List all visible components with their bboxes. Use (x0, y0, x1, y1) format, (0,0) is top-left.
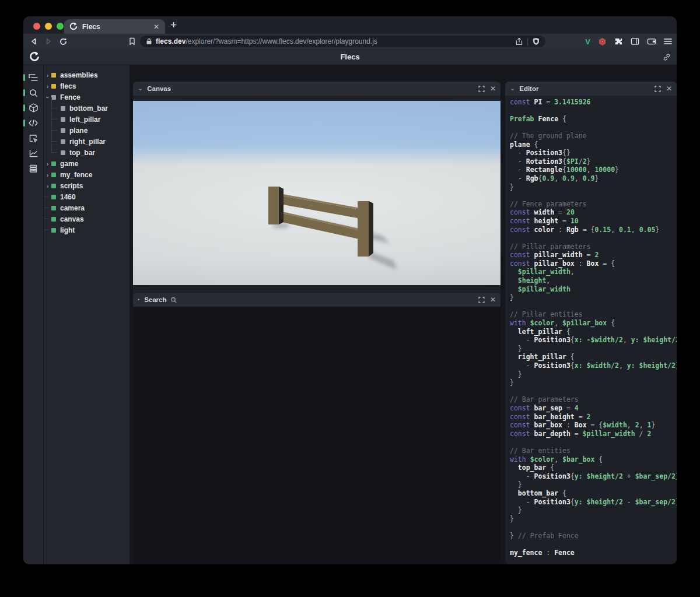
sidebar-item-code[interactable] (23, 115, 43, 131)
tree-connector (51, 142, 58, 153)
search-panel-header[interactable]: • Search ✕ (133, 293, 501, 307)
shield-icon[interactable] (533, 37, 540, 45)
menu-hamburger-icon[interactable] (664, 38, 672, 45)
code-line: top_bar { (510, 463, 677, 472)
tree-item-top_bar[interactable]: top_bar (44, 147, 130, 158)
code-line: // Bar entities (510, 447, 677, 455)
tree-item-light[interactable]: light (44, 224, 130, 236)
bookmark-icon[interactable] (126, 36, 138, 47)
stack-icon (29, 164, 37, 173)
sidebar-item-inspector[interactable] (23, 131, 43, 146)
chevron-down-icon[interactable]: ⌄ (138, 85, 143, 92)
tree-item-label: scripts (60, 182, 83, 190)
extensions-puzzle-icon[interactable] (614, 37, 623, 46)
code-line: } // Prefab Fence (510, 532, 677, 540)
code-line: const bar_depth = $pillar_width / 2 (510, 430, 677, 438)
expand-icon[interactable] (478, 297, 485, 303)
chevron-right-icon[interactable]: › (44, 171, 51, 178)
code-line: const pillar_box : Box = { (510, 259, 677, 268)
sidebar-item-queries[interactable] (23, 161, 43, 176)
entity-square-icon (51, 206, 56, 210)
sidebar-toggle-icon[interactable] (631, 37, 639, 45)
3d-viewport[interactable] (133, 101, 501, 285)
entity-square-icon (61, 128, 65, 133)
back-button[interactable] (28, 36, 40, 47)
wallet-icon[interactable] (647, 37, 656, 45)
active-indicator (23, 89, 25, 96)
expand-icon[interactable] (478, 86, 485, 92)
chevron-right-icon[interactable]: › (44, 72, 51, 79)
canvas-panel-header[interactable]: ⌄ Canvas ✕ (133, 82, 501, 96)
editor-panel-header[interactable]: ⌄ Editor ✕ (505, 82, 677, 96)
sidebar-item-search[interactable] (23, 85, 43, 100)
code-line: const bar_height = 2 (510, 413, 677, 422)
new-tab-button[interactable]: + (170, 19, 177, 31)
code-line: right_pillar { (510, 353, 677, 361)
search-magnifier-icon (170, 297, 177, 303)
sidebar-item-tree-view[interactable] (23, 70, 43, 85)
page-title: Flecs (23, 52, 677, 61)
vue-devtools-icon[interactable]: V (585, 37, 590, 46)
code-text: - .const PI = 3.1415926 Prefab Fence { /… (505, 96, 677, 557)
chevron-down-icon[interactable]: › (44, 93, 51, 101)
tree-item-label: camera (60, 204, 85, 212)
code-line: } (510, 345, 677, 353)
cube-icon (29, 103, 38, 113)
entity-square-icon (51, 184, 56, 188)
sidebar-item-statistics[interactable] (23, 146, 43, 161)
code-line: const height = 10 (510, 217, 677, 226)
code-line: Prefab Fence { (510, 115, 677, 124)
tree-item-canvas[interactable]: canvas (44, 213, 130, 224)
tree-item-label: game (60, 160, 78, 168)
code-line: left_pillar { (510, 328, 677, 336)
tab-close-icon[interactable]: ✕ (152, 23, 160, 31)
url-bar[interactable]: flecs.dev/explorer/?wasm=https://www.fle… (140, 36, 545, 47)
flecs-favicon (69, 22, 78, 31)
mac-close-button[interactable] (33, 23, 40, 30)
mac-fullscreen-button[interactable] (57, 23, 64, 30)
code-line: const PI = 3.1415926 (510, 98, 677, 107)
code-line: $height, (510, 276, 677, 285)
active-indicator (23, 120, 25, 127)
code-line: const bar_sep = 4 (510, 404, 677, 413)
share-icon[interactable] (516, 37, 523, 45)
search-icon (29, 89, 38, 97)
tree-item-assemblies[interactable]: ›assemblies (44, 69, 130, 80)
code-line: const pillar_width = 2 (510, 251, 677, 259)
code-editor[interactable]: - .const PI = 3.1415926 Prefab Fence { /… (505, 96, 677, 564)
code-line: } (510, 183, 677, 192)
code-line: - Rotation3{$PI/2} (510, 157, 677, 166)
browser-tab[interactable]: Flecs ✕ (64, 19, 165, 34)
code-icon (29, 120, 38, 127)
mac-minimize-button[interactable] (45, 23, 52, 30)
forward-button[interactable] (43, 36, 54, 47)
tree-item-scripts[interactable]: ›scripts (44, 180, 130, 191)
close-icon[interactable]: ✕ (490, 296, 496, 303)
tree-item-1460[interactable]: 1460 (44, 191, 130, 202)
tree-leaf-dash (44, 230, 49, 230)
tree-item-game[interactable]: ›game (44, 158, 130, 169)
inspector-cursor-icon (29, 134, 38, 143)
browser-window: Flecs ✕ + flecs.dev/explorer/?wasm=https… (23, 16, 677, 564)
entity-square-icon (51, 228, 56, 233)
chevron-right-icon[interactable]: › (44, 83, 51, 90)
chevron-right-icon[interactable]: › (44, 182, 51, 189)
search-panel-body[interactable] (133, 307, 501, 564)
url-separator: | (527, 37, 528, 45)
adblock-hexagon-icon[interactable] (598, 37, 607, 46)
chevron-down-icon[interactable]: ⌄ (510, 85, 515, 92)
close-icon[interactable]: ✕ (490, 85, 496, 92)
chevron-right-icon[interactable]: › (44, 160, 51, 167)
expand-icon[interactable] (654, 86, 661, 92)
tree-item-label: assemblies (60, 71, 98, 79)
tree-item-label: left_pillar (69, 115, 100, 124)
reload-button[interactable] (57, 36, 69, 47)
close-icon[interactable]: ✕ (666, 85, 672, 92)
tree-item-my_fence[interactable]: ›my_fence (44, 169, 130, 180)
tree-item-flecs[interactable]: ›flecs (44, 80, 130, 92)
sidebar-item-entities[interactable] (23, 100, 43, 115)
collapsed-dot-icon[interactable]: • (138, 297, 139, 303)
tree-leaf-dash (44, 219, 49, 219)
code-line: const bar_box : Box = {$width, 2, 1} (510, 421, 677, 430)
tree-item-camera[interactable]: camera (44, 202, 130, 213)
